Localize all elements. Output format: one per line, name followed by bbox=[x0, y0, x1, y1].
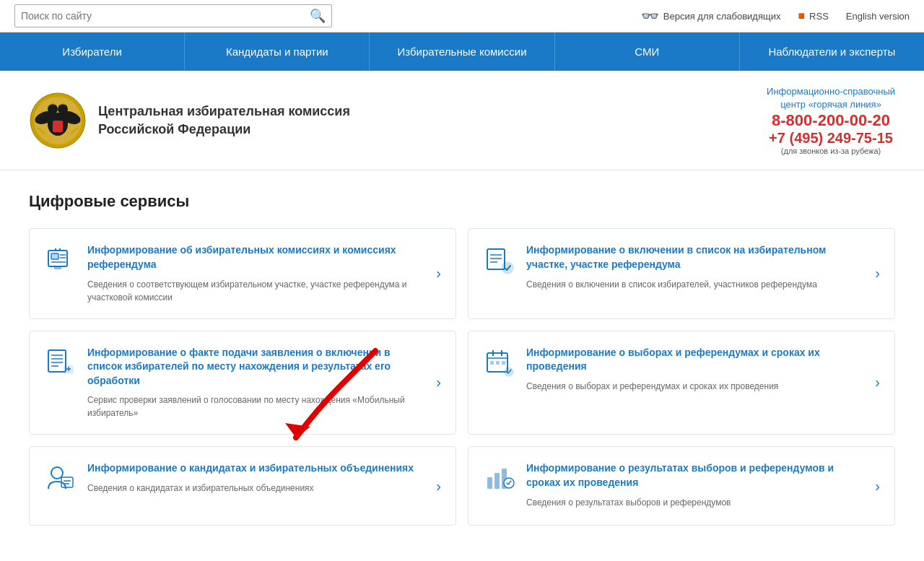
nav-bar: Избиратели Кандидаты и партии Избиратель… bbox=[0, 32, 924, 71]
svg-rect-14 bbox=[51, 253, 58, 259]
svg-rect-40 bbox=[496, 361, 500, 365]
card-body-application: Информирование о факте подачи заявления … bbox=[87, 346, 426, 420]
org-line2: Российской Федерации bbox=[98, 122, 250, 136]
nav-item-media[interactable]: СМИ bbox=[555, 32, 740, 71]
nav-item-voters[interactable]: Избиратели bbox=[0, 32, 185, 71]
card-desc-list: Сведения о включении в список избирателе… bbox=[526, 278, 865, 291]
card-desc-results: Сведения о результатах выборов и референ… bbox=[526, 496, 865, 509]
svg-rect-27 bbox=[48, 350, 66, 372]
rss-button[interactable]: ■ RSS bbox=[798, 9, 828, 22]
card-icon-commissions bbox=[44, 243, 77, 277]
search-container: 🔍 bbox=[14, 4, 332, 27]
card-results[interactable]: Информирование о результатах выборов и р… bbox=[468, 446, 895, 526]
rss-label: RSS bbox=[809, 11, 829, 22]
hotline-number1: 8-800-200-00-20 bbox=[767, 111, 895, 130]
nav-item-candidates[interactable]: Кандидаты и партии bbox=[185, 32, 370, 71]
card-desc-elections: Сведения о выборах и референдумах и срок… bbox=[526, 380, 865, 393]
card-body-list: Информирование о включении в список на и… bbox=[526, 243, 865, 290]
card-arrow-candidates: › bbox=[436, 478, 441, 495]
card-title-application: Информирование о факте подачи заявления … bbox=[87, 346, 426, 388]
svg-rect-19 bbox=[54, 266, 61, 269]
card-arrow-commissions: › bbox=[436, 265, 441, 282]
english-button[interactable]: English version bbox=[846, 11, 910, 22]
svg-rect-48 bbox=[494, 473, 500, 489]
vision-label: Версия для слабовидящих bbox=[663, 11, 781, 22]
card-application[interactable]: Информирование о факте подачи заявления … bbox=[29, 331, 456, 435]
vision-button[interactable]: 👓 Версия для слабовидящих bbox=[641, 7, 781, 25]
card-icon-list bbox=[483, 243, 516, 277]
card-title-elections: Информирование о выборах и референдумах … bbox=[526, 346, 865, 374]
rss-icon: ■ bbox=[798, 9, 805, 22]
org-line1: Центральная избирательная комиссия bbox=[98, 104, 350, 118]
svg-point-6 bbox=[58, 104, 68, 114]
hotline-label: Информационно-справочный центр «горячая … bbox=[767, 85, 895, 111]
cards-grid: Информирование об избирательных комиссия… bbox=[29, 228, 895, 526]
card-title-results: Информирование о результатах выборов и р… bbox=[526, 461, 865, 490]
card-arrow-application: › bbox=[436, 374, 441, 391]
nav-item-commissions[interactable]: Избирательные комиссии bbox=[370, 32, 554, 71]
svg-point-26 bbox=[502, 262, 513, 274]
main-content: Цифровые сервисы Информирование об изби bbox=[0, 170, 924, 547]
svg-rect-9 bbox=[53, 121, 63, 132]
card-arrow-elections: › bbox=[875, 374, 880, 391]
svg-rect-41 bbox=[502, 361, 505, 365]
card-icon-application bbox=[44, 346, 77, 379]
card-desc-commissions: Сведения о соответствующем избирательном… bbox=[87, 278, 426, 304]
svg-rect-47 bbox=[487, 477, 492, 489]
top-bar-right: 👓 Версия для слабовидящих ■ RSS English … bbox=[641, 7, 910, 25]
logo-area: Центральная избирательная комиссия Росси… bbox=[29, 92, 350, 149]
card-title-list: Информирование о включении в список на и… bbox=[526, 243, 865, 271]
top-bar: 🔍 👓 Версия для слабовидящих ■ RSS Englis… bbox=[0, 0, 924, 32]
search-input[interactable] bbox=[15, 7, 304, 25]
card-elections-info[interactable]: Информирование о выборах и референдумах … bbox=[468, 331, 895, 435]
card-list-inclusion[interactable]: Информирование о включении в список на и… bbox=[468, 228, 895, 318]
card-body-commissions: Информирование об избирательных комиссия… bbox=[87, 243, 426, 303]
svg-rect-39 bbox=[490, 361, 494, 365]
card-body-results: Информирование о результатах выборов и р… bbox=[526, 461, 865, 508]
hotline-area: Информационно-справочный центр «горячая … bbox=[767, 85, 895, 155]
svg-point-43 bbox=[51, 467, 63, 479]
emblem-logo bbox=[29, 92, 87, 149]
english-label: English version bbox=[846, 11, 910, 22]
card-body-candidates: Информирование о кандидатах и избиратель… bbox=[87, 461, 426, 495]
hotline-note: (для звонков из-за рубежа) bbox=[767, 147, 895, 155]
header-section: Центральная избирательная комиссия Росси… bbox=[0, 71, 924, 170]
card-desc-application: Сервис проверки заявлений о голосовании … bbox=[87, 393, 426, 419]
card-icon-elections bbox=[483, 346, 516, 379]
glasses-icon: 👓 bbox=[641, 7, 659, 25]
hotline-number2: +7 (495) 249-75-15 bbox=[767, 130, 895, 147]
card-arrow-list: › bbox=[875, 265, 880, 282]
card-body-elections: Информирование о выборах и референдумах … bbox=[526, 346, 865, 393]
svg-point-5 bbox=[48, 104, 58, 114]
org-title-block: Центральная избирательная комиссия Росси… bbox=[98, 103, 350, 139]
card-title-commissions: Информирование об избирательных комиссия… bbox=[87, 243, 426, 271]
card-commissions[interactable]: Информирование об избирательных комиссия… bbox=[29, 228, 456, 318]
nav-item-observers[interactable]: Наблюдатели и эксперты bbox=[740, 32, 924, 71]
org-title: Центральная избирательная комиссия Росси… bbox=[98, 103, 350, 139]
card-desc-candidates: Сведения о кандидатах и избирательных об… bbox=[87, 482, 426, 495]
section-title: Цифровые сервисы bbox=[29, 192, 895, 211]
card-icon-candidates bbox=[44, 461, 77, 495]
card-arrow-results: › bbox=[875, 478, 880, 495]
card-title-candidates: Информирование о кандидатах и избиратель… bbox=[87, 461, 426, 476]
search-button[interactable]: 🔍 bbox=[304, 8, 331, 24]
card-icon-results bbox=[483, 461, 516, 495]
card-candidates[interactable]: Информирование о кандидатах и избиратель… bbox=[29, 446, 456, 526]
